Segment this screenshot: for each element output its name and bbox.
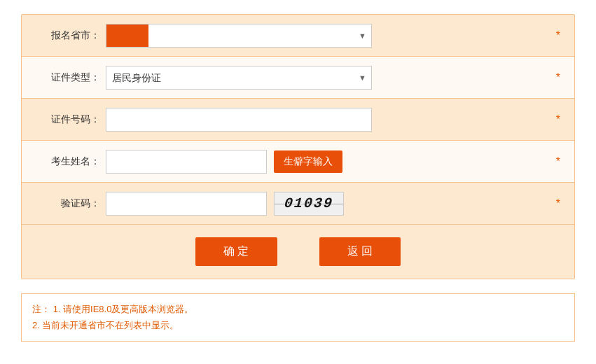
verification-row: 验证码： 01039 * [22,183,574,225]
province-required: * [556,29,560,42]
back-button[interactable]: 返 回 [319,237,401,266]
name-row: 考生姓名： 生僻字输入 * [22,141,574,183]
verification-input[interactable] [106,192,267,216]
province-row: 报名省市： 北京 上海 广东 * [22,15,574,57]
verification-field: 01039 [106,192,549,216]
id-type-select[interactable]: 居民身份证 护照 港澳居民来往内地通行证 [106,66,372,90]
button-row: 确 定 返 回 [22,225,574,279]
verification-required: * [556,197,560,210]
id-type-required: * [556,71,560,84]
name-label: 考生姓名： [36,155,106,168]
name-input[interactable] [106,150,267,174]
id-type-row: 证件类型： 居民身份证 护照 港澳居民来往内地通行证 * [22,57,574,99]
province-select-wrapper: 北京 上海 广东 [106,24,372,48]
notes-section: 注： 1. 请使用IE8.0及更高版本浏览器。 2. 当前未开通省市不在列表中显… [21,293,575,342]
hanzi-input-button[interactable]: 生僻字输入 [274,150,342,173]
id-number-field [106,108,549,132]
province-label: 报名省市： [36,29,106,42]
note-item-1: 1. 请使用IE8.0及更高版本浏览器。 [53,304,194,314]
note-item-2: 2. 当前未开通省市不在列表中显示。 [32,317,564,333]
note-label: 注： [32,304,50,314]
captcha-text: 01039 [284,195,334,211]
confirm-button[interactable]: 确 定 [195,237,277,266]
id-type-label: 证件类型： [36,71,106,84]
name-required: * [556,155,560,168]
id-number-row: 证件号码： * [22,99,574,141]
province-select[interactable]: 北京 上海 广东 [106,24,372,48]
id-type-field: 居民身份证 护照 港澳居民来往内地通行证 [106,66,549,90]
id-number-required: * [556,113,560,126]
province-field: 北京 上海 广东 [106,24,549,48]
id-type-select-wrapper: 居民身份证 护照 港澳居民来往内地通行证 [106,66,372,90]
id-number-input[interactable] [106,108,372,132]
name-field: 生僻字输入 [106,150,549,174]
verification-label: 验证码： [36,197,106,210]
captcha-image[interactable]: 01039 [274,192,344,216]
note-title: 注： 1. 请使用IE8.0及更高版本浏览器。 [32,301,564,317]
registration-form: 报名省市： 北京 上海 广东 * 证件类型： 居民身份证 护照 港澳居民来往内地 [21,14,575,279]
id-number-label: 证件号码： [36,113,106,126]
